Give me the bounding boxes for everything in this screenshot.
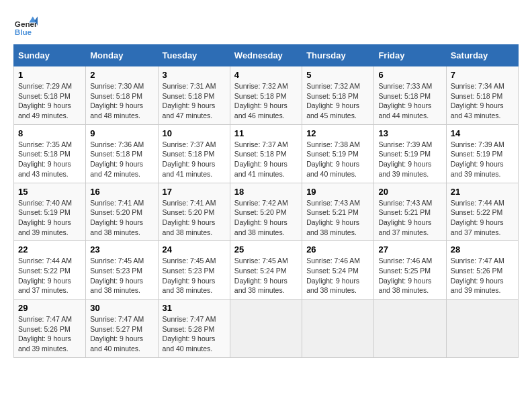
col-header-friday: Friday	[374, 45, 446, 66]
calendar-cell: 30 Sunrise: 7:47 AM Sunset: 5:27 PM Dayl…	[86, 300, 158, 358]
calendar-cell: 28 Sunrise: 7:47 AM Sunset: 5:26 PM Dayl…	[446, 241, 518, 300]
day-number: 26	[306, 244, 369, 255]
week-row-5: 29 Sunrise: 7:47 AM Sunset: 5:26 PM Dayl…	[14, 300, 519, 358]
week-row-4: 22 Sunrise: 7:44 AM Sunset: 5:22 PM Dayl…	[14, 241, 519, 300]
day-info: Sunrise: 7:37 AM Sunset: 5:18 PM Dayligh…	[163, 140, 226, 179]
daylight: Daylight: 9 hours and 37 minutes.	[18, 277, 71, 295]
calendar-cell	[446, 300, 518, 358]
sunrise: Sunrise: 7:43 AM	[306, 199, 360, 207]
daylight: Daylight: 9 hours and 38 minutes.	[234, 277, 287, 295]
day-info: Sunrise: 7:47 AM Sunset: 5:28 PM Dayligh…	[163, 314, 226, 354]
calendar-cell: 9 Sunrise: 7:36 AM Sunset: 5:18 PM Dayli…	[86, 124, 158, 183]
daylight: Daylight: 9 hours and 37 minutes.	[451, 218, 504, 236]
day-info: Sunrise: 7:32 AM Sunset: 5:18 PM Dayligh…	[306, 81, 369, 121]
calendar-cell: 14 Sunrise: 7:39 AM Sunset: 5:19 PM Dayl…	[446, 124, 518, 183]
calendar-cell: 29 Sunrise: 7:47 AM Sunset: 5:26 PM Dayl…	[14, 300, 86, 358]
week-row-2: 8 Sunrise: 7:35 AM Sunset: 5:18 PM Dayli…	[14, 124, 519, 183]
sunset: Sunset: 5:26 PM	[451, 267, 503, 275]
day-info: Sunrise: 7:38 AM Sunset: 5:19 PM Dayligh…	[306, 140, 369, 179]
day-info: Sunrise: 7:47 AM Sunset: 5:26 PM Dayligh…	[451, 256, 514, 295]
day-number: 6	[378, 70, 441, 80]
day-info: Sunrise: 7:41 AM Sunset: 5:20 PM Dayligh…	[163, 198, 226, 238]
col-header-tuesday: Tuesday	[158, 45, 230, 66]
calendar-cell: 8 Sunrise: 7:35 AM Sunset: 5:18 PM Dayli…	[14, 124, 86, 183]
sunrise: Sunrise: 7:45 AM	[163, 257, 216, 265]
calendar-cell	[302, 300, 374, 358]
sunrise: Sunrise: 7:43 AM	[378, 199, 432, 207]
sunrise: Sunrise: 7:44 AM	[451, 199, 504, 207]
sunset: Sunset: 5:20 PM	[90, 208, 142, 216]
day-info: Sunrise: 7:37 AM Sunset: 5:18 PM Dayligh…	[234, 140, 298, 179]
sunrise: Sunrise: 7:37 AM	[234, 140, 288, 148]
calendar-cell: 5 Sunrise: 7:32 AM Sunset: 5:18 PM Dayli…	[302, 66, 374, 125]
sunrise: Sunrise: 7:36 AM	[90, 140, 144, 148]
daylight: Daylight: 9 hours and 38 minutes.	[378, 277, 431, 295]
calendar-cell: 6 Sunrise: 7:33 AM Sunset: 5:18 PM Dayli…	[374, 66, 446, 125]
day-number: 1	[18, 70, 81, 80]
day-info: Sunrise: 7:46 AM Sunset: 5:24 PM Dayligh…	[306, 256, 369, 295]
sunset: Sunset: 5:18 PM	[163, 92, 215, 100]
day-number: 8	[18, 128, 81, 138]
calendar-cell: 27 Sunrise: 7:46 AM Sunset: 5:25 PM Dayl…	[374, 241, 446, 300]
sunset: Sunset: 5:21 PM	[306, 208, 359, 216]
page-header: General Blue	[13, 13, 519, 38]
sunset: Sunset: 5:18 PM	[234, 150, 287, 158]
sunset: Sunset: 5:19 PM	[306, 150, 359, 158]
sunset: Sunset: 5:19 PM	[378, 150, 431, 158]
day-number: 10	[163, 128, 226, 138]
daylight: Daylight: 9 hours and 40 minutes.	[90, 334, 143, 353]
day-info: Sunrise: 7:44 AM Sunset: 5:22 PM Dayligh…	[451, 198, 514, 238]
daylight: Daylight: 9 hours and 39 minutes.	[451, 277, 504, 295]
day-info: Sunrise: 7:47 AM Sunset: 5:27 PM Dayligh…	[90, 314, 153, 354]
sunrise: Sunrise: 7:32 AM	[234, 82, 288, 90]
day-number: 28	[451, 244, 514, 255]
svg-text:Blue: Blue	[15, 28, 32, 36]
calendar-cell: 7 Sunrise: 7:34 AM Sunset: 5:18 PM Dayli…	[446, 66, 518, 125]
col-header-saturday: Saturday	[446, 45, 518, 66]
sunset: Sunset: 5:22 PM	[18, 267, 71, 275]
day-info: Sunrise: 7:31 AM Sunset: 5:18 PM Dayligh…	[163, 81, 226, 121]
day-info: Sunrise: 7:30 AM Sunset: 5:18 PM Dayligh…	[90, 81, 153, 121]
day-number: 5	[306, 70, 369, 80]
day-number: 2	[90, 70, 153, 80]
day-info: Sunrise: 7:33 AM Sunset: 5:18 PM Dayligh…	[378, 81, 441, 121]
week-row-3: 15 Sunrise: 7:40 AM Sunset: 5:19 PM Dayl…	[14, 183, 519, 241]
sunrise: Sunrise: 7:39 AM	[378, 140, 432, 148]
calendar-cell: 13 Sunrise: 7:39 AM Sunset: 5:19 PM Dayl…	[374, 124, 446, 183]
sunset: Sunset: 5:23 PM	[90, 267, 142, 275]
sunrise: Sunrise: 7:47 AM	[163, 315, 216, 323]
calendar-cell: 31 Sunrise: 7:47 AM Sunset: 5:28 PM Dayl…	[158, 300, 230, 358]
sunrise: Sunrise: 7:31 AM	[163, 82, 216, 90]
sunset: Sunset: 5:18 PM	[306, 92, 359, 100]
week-row-1: 1 Sunrise: 7:29 AM Sunset: 5:18 PM Dayli…	[14, 66, 519, 125]
logo: General Blue	[13, 13, 38, 38]
daylight: Daylight: 9 hours and 38 minutes.	[306, 218, 359, 236]
daylight: Daylight: 9 hours and 38 minutes.	[306, 277, 359, 295]
sunset: Sunset: 5:24 PM	[306, 267, 359, 275]
calendar-cell: 2 Sunrise: 7:30 AM Sunset: 5:18 PM Dayli…	[86, 66, 158, 125]
day-number: 9	[90, 128, 153, 138]
daylight: Daylight: 9 hours and 39 minutes.	[451, 160, 504, 178]
daylight: Daylight: 9 hours and 38 minutes.	[234, 218, 287, 236]
daylight: Daylight: 9 hours and 44 minutes.	[378, 101, 431, 120]
daylight: Daylight: 9 hours and 37 minutes.	[378, 218, 431, 236]
calendar-cell: 10 Sunrise: 7:37 AM Sunset: 5:18 PM Dayl…	[158, 124, 230, 183]
calendar-cell: 11 Sunrise: 7:37 AM Sunset: 5:18 PM Dayl…	[230, 124, 302, 183]
day-number: 20	[378, 187, 441, 197]
day-info: Sunrise: 7:45 AM Sunset: 5:23 PM Dayligh…	[90, 256, 153, 295]
day-number: 15	[18, 187, 81, 197]
day-number: 3	[163, 70, 226, 80]
daylight: Daylight: 9 hours and 41 minutes.	[234, 160, 287, 178]
day-number: 14	[451, 128, 514, 138]
daylight: Daylight: 9 hours and 39 minutes.	[378, 160, 431, 178]
day-number: 22	[18, 244, 81, 255]
sunrise: Sunrise: 7:47 AM	[18, 315, 72, 323]
daylight: Daylight: 9 hours and 38 minutes.	[90, 218, 143, 236]
daylight: Daylight: 9 hours and 38 minutes.	[163, 277, 216, 295]
calendar-cell: 18 Sunrise: 7:42 AM Sunset: 5:20 PM Dayl…	[230, 183, 302, 241]
daylight: Daylight: 9 hours and 43 minutes.	[18, 160, 71, 178]
sunset: Sunset: 5:26 PM	[18, 325, 71, 333]
day-number: 29	[18, 303, 81, 313]
calendar-cell: 4 Sunrise: 7:32 AM Sunset: 5:18 PM Dayli…	[230, 66, 302, 125]
sunrise: Sunrise: 7:47 AM	[451, 257, 504, 265]
